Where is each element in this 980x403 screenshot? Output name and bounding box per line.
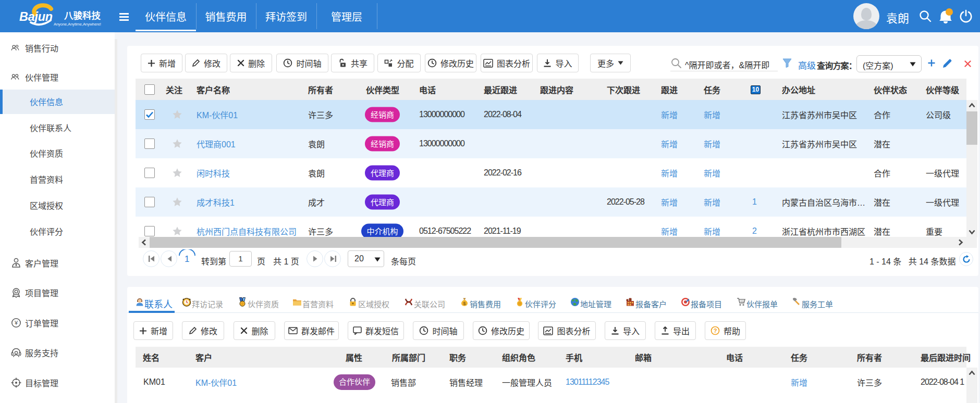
svg-text:¥: ¥ xyxy=(14,320,18,326)
svg-text:八骏科技: 八骏科技 xyxy=(64,10,101,21)
svg-text:?: ? xyxy=(714,328,717,334)
svg-text:Bajun: Bajun xyxy=(19,10,53,23)
svg-text:$: $ xyxy=(463,301,466,306)
svg-text:Anyone,Anytime,Anywhere!: Anyone,Anytime,Anywhere! xyxy=(54,22,101,27)
